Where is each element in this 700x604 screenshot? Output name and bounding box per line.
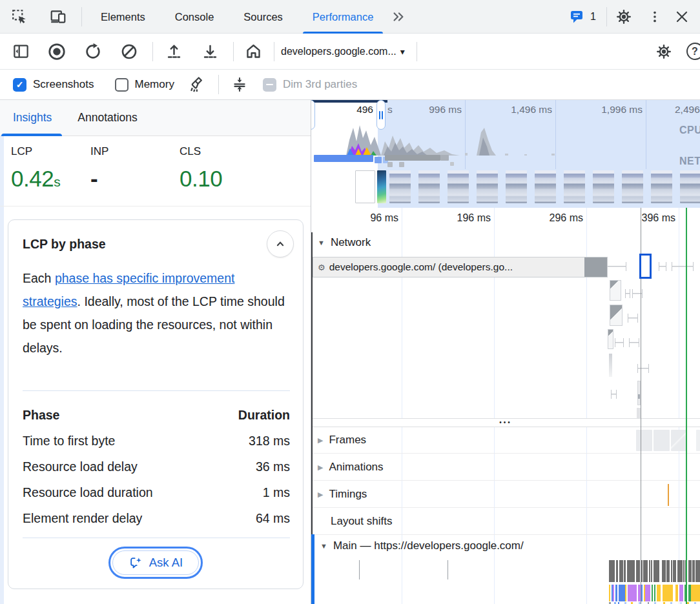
upload-profile-icon[interactable] (163, 41, 184, 62)
page-history-select[interactable]: developers.google.com... (274, 46, 411, 57)
tab-elements[interactable]: Elements (86, 0, 160, 34)
close-icon[interactable] (672, 6, 692, 27)
divider (152, 42, 153, 61)
timeline-tracks[interactable]: 96 ms 196 ms 296 ms 396 ms Network devel… (311, 208, 700, 604)
filmstrip-frame[interactable] (477, 170, 498, 203)
overview-window-top-bar (311, 100, 387, 103)
timings-section-header[interactable]: Timings (318, 488, 367, 501)
network-request-main-document[interactable]: developers.google.com/ (developers.go... (313, 257, 608, 277)
network-request[interactable] (609, 354, 612, 377)
main-thread-section-header[interactable]: Main — https://developers.google.com/ (320, 539, 524, 552)
tab-insights[interactable]: Insights (0, 100, 65, 136)
network-request[interactable] (608, 329, 613, 349)
request-whisker (629, 338, 639, 347)
request-tail (584, 257, 607, 277)
clear-icon[interactable] (119, 41, 139, 62)
ellipsis-icon: ••• (499, 419, 512, 426)
frames-section-header[interactable]: Frames (318, 434, 366, 447)
filmstrip-frame[interactable] (389, 170, 411, 203)
layout-shifts-section-header[interactable]: Layout shifts (331, 515, 392, 528)
record-icon[interactable] (46, 41, 67, 62)
record-and-reload-icon[interactable] (83, 41, 103, 62)
filmstrip-frame[interactable] (506, 170, 527, 203)
filmstrip-frame[interactable] (593, 170, 614, 203)
divider (218, 75, 219, 94)
table-header: Phase Duration (23, 402, 290, 428)
filmstrip-frame[interactable] (377, 170, 386, 203)
tab-performance[interactable]: Performance (298, 0, 388, 34)
track-edge (311, 232, 313, 534)
frame-thumbnail[interactable] (654, 430, 670, 451)
network-request[interactable] (610, 280, 621, 301)
request-whisker (615, 338, 624, 347)
frame-thumbnail[interactable] (671, 430, 687, 451)
request-whisker (607, 262, 626, 271)
home-icon[interactable] (243, 41, 263, 62)
ruler-tick: 196 ms (433, 212, 491, 224)
frame-thumbnail[interactable] (636, 430, 652, 451)
network-section-header[interactable]: Network (318, 236, 371, 249)
filmstrip-frame[interactable] (418, 170, 440, 203)
tab-console[interactable]: Console (160, 0, 229, 34)
network-expand-handle[interactable]: ••• (311, 418, 700, 427)
dim-third-parties-label: Dim 3rd parties (283, 78, 357, 91)
selected-request-outline[interactable] (639, 254, 652, 279)
download-profile-icon[interactable] (200, 41, 220, 62)
performance-toolbar: developers.google.com... (0, 34, 700, 70)
filmstrip-frame[interactable] (680, 170, 700, 203)
table-row: Element render delay64 ms (23, 505, 290, 531)
screenshots-checkbox[interactable] (13, 78, 26, 92)
metric-cls[interactable]: CLS 0.10 (180, 136, 222, 192)
collapse-card-button[interactable] (267, 230, 294, 257)
ask-ai-button[interactable]: Ask AI (112, 550, 199, 575)
chevron-up-icon (273, 237, 287, 251)
network-request[interactable] (610, 305, 623, 326)
garbage-collect-brush-icon[interactable] (187, 74, 208, 95)
request-whisker (659, 262, 666, 271)
filmstrip-frame[interactable] (564, 170, 585, 203)
device-toolbar-icon[interactable] (48, 6, 68, 27)
metric-cls-label: CLS (180, 145, 222, 158)
timeline-overview[interactable]: 496 s 996 ms 1,496 ms 1,996 ms 2,496 ms … (311, 100, 700, 208)
kebab-menu-icon[interactable] (644, 6, 665, 27)
inspect-element-icon[interactable] (9, 6, 30, 27)
filmstrip-frame[interactable] (651, 170, 672, 203)
filmstrip-frame[interactable] (355, 170, 375, 203)
devtools-window: Elements Console Sources Performance 1 (0, 0, 700, 604)
animations-section-header[interactable]: Animations (318, 461, 384, 474)
row-divider (311, 534, 700, 535)
divider (606, 7, 607, 26)
filmstrip-frame[interactable] (448, 170, 469, 203)
window-left-drag-handle[interactable] (311, 100, 315, 130)
request-whisker (625, 289, 630, 298)
frame-thumbnail[interactable] (696, 430, 700, 451)
devtools-tabbar: Elements Console Sources Performance 1 (0, 0, 700, 34)
memory-checkbox[interactable] (115, 78, 129, 92)
capture-options-bar: Screenshots Memory Dim 3rd parties (0, 70, 700, 100)
issues-icon[interactable] (567, 6, 588, 27)
ai-spark-icon (129, 556, 143, 570)
capture-settings-gear-icon[interactable] (654, 41, 674, 62)
net-request-bar (385, 155, 440, 161)
ruler-tick: 296 ms (525, 212, 583, 224)
row-divider (311, 480, 700, 481)
cpu-activity-graph (311, 118, 700, 156)
dim-third-parties-checkbox[interactable] (263, 78, 276, 92)
metric-inp[interactable]: INP - (90, 136, 108, 192)
metric-lcp-value: 0.42s (11, 166, 60, 192)
lcp-by-phase-card: LCP by phase Each phase has specific imp… (8, 219, 304, 589)
more-tabs-icon[interactable] (388, 6, 409, 27)
metric-lcp[interactable]: LCP 0.42s (11, 136, 60, 192)
filmstrip-frame[interactable] (622, 170, 643, 203)
help-icon[interactable] (685, 41, 700, 62)
window-right-drag-handle[interactable] (376, 100, 386, 130)
collapse-panels-icon[interactable] (229, 74, 250, 95)
tab-annotations[interactable]: Annotations (65, 100, 150, 136)
toggle-sidebar-icon[interactable] (10, 41, 31, 62)
filmstrip-frame[interactable] (535, 170, 556, 203)
tab-sources[interactable]: Sources (229, 0, 298, 34)
divider (233, 42, 234, 61)
settings-gear-icon[interactable] (613, 6, 634, 27)
main-track-selected-edge (311, 534, 314, 604)
net-request-bar (440, 155, 449, 161)
